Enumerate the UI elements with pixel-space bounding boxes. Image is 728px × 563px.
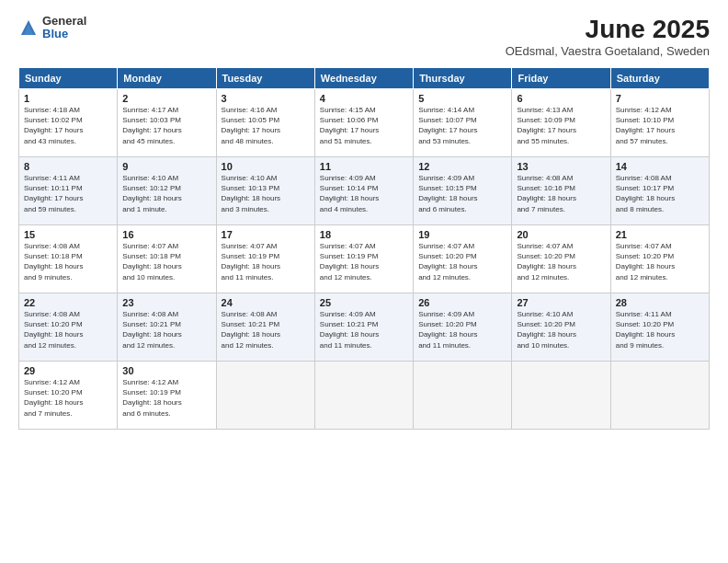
calendar-cell [216,362,314,430]
calendar-cell: 8Sunrise: 4:11 AM Sunset: 10:11 PM Dayli… [19,157,118,225]
calendar-cell [314,362,413,430]
col-sunday: Sunday [19,68,118,89]
day-number: 30 [122,365,210,376]
day-number: 6 [517,93,605,104]
day-number: 12 [418,161,506,172]
calendar-cell: 29Sunrise: 4:12 AM Sunset: 10:20 PM Dayl… [19,362,118,430]
logo: General Blue [18,15,86,41]
col-tuesday: Tuesday [216,68,314,89]
day-info: Sunrise: 4:11 AM Sunset: 10:20 PM Daylig… [616,309,704,350]
day-number: 5 [418,93,506,104]
day-number: 21 [616,229,704,240]
calendar-cell [610,362,709,430]
calendar-cell: 24Sunrise: 4:08 AM Sunset: 10:21 PM Dayl… [216,293,314,362]
calendar-cell: 11Sunrise: 4:09 AM Sunset: 10:14 PM Dayl… [314,157,413,225]
calendar-cell: 27Sunrise: 4:10 AM Sunset: 10:20 PM Dayl… [512,293,610,362]
calendar-cell: 22Sunrise: 4:08 AM Sunset: 10:20 PM Dayl… [19,293,118,362]
day-number: 3 [222,93,310,104]
calendar-cell: 16Sunrise: 4:07 AM Sunset: 10:18 PM Dayl… [118,225,216,293]
calendar-week-2: 15Sunrise: 4:08 AM Sunset: 10:18 PM Dayl… [19,225,710,293]
calendar-cell: 3Sunrise: 4:16 AM Sunset: 10:05 PM Dayli… [216,89,314,157]
calendar-cell: 10Sunrise: 4:10 AM Sunset: 10:13 PM Dayl… [216,157,314,225]
day-info: Sunrise: 4:09 AM Sunset: 10:20 PM Daylig… [418,309,506,350]
day-info: Sunrise: 4:09 AM Sunset: 10:21 PM Daylig… [320,309,408,350]
day-number: 8 [24,161,112,172]
logo-blue-label: Blue [42,28,86,40]
day-info: Sunrise: 4:07 AM Sunset: 10:19 PM Daylig… [320,241,408,282]
day-number: 20 [517,229,605,240]
day-info: Sunrise: 4:08 AM Sunset: 10:16 PM Daylig… [517,173,605,214]
day-number: 9 [122,161,210,172]
col-wednesday: Wednesday [314,68,413,89]
calendar-cell: 20Sunrise: 4:07 AM Sunset: 10:20 PM Dayl… [512,225,610,293]
calendar-cell [512,362,610,430]
day-number: 2 [122,93,210,104]
day-info: Sunrise: 4:18 AM Sunset: 10:02 PM Daylig… [24,105,112,146]
day-info: Sunrise: 4:09 AM Sunset: 10:15 PM Daylig… [418,173,506,214]
day-info: Sunrise: 4:10 AM Sunset: 10:13 PM Daylig… [222,173,310,214]
day-info: Sunrise: 4:09 AM Sunset: 10:14 PM Daylig… [320,173,408,214]
calendar-week-3: 22Sunrise: 4:08 AM Sunset: 10:20 PM Dayl… [19,293,710,362]
title-block: June 2025 OEdsmal, Vaestra Goetaland, Sw… [506,15,710,58]
col-saturday: Saturday [610,68,709,89]
day-info: Sunrise: 4:08 AM Sunset: 10:21 PM Daylig… [222,309,310,350]
logo-general-label: General [42,15,86,28]
col-thursday: Thursday [414,68,512,89]
header: General Blue June 2025 OEdsmal, Vaestra … [18,15,710,58]
logo-text: General Blue [42,15,86,41]
day-number: 7 [616,93,704,104]
calendar-cell: 14Sunrise: 4:08 AM Sunset: 10:17 PM Dayl… [610,157,709,225]
day-number: 29 [24,365,112,376]
calendar-cell [414,362,512,430]
day-number: 13 [517,161,605,172]
day-info: Sunrise: 4:07 AM Sunset: 10:20 PM Daylig… [517,241,605,282]
day-info: Sunrise: 4:08 AM Sunset: 10:20 PM Daylig… [24,309,112,350]
day-number: 19 [418,229,506,240]
day-info: Sunrise: 4:16 AM Sunset: 10:05 PM Daylig… [222,105,310,146]
calendar-cell: 19Sunrise: 4:07 AM Sunset: 10:20 PM Dayl… [414,225,512,293]
calendar-cell: 25Sunrise: 4:09 AM Sunset: 10:21 PM Dayl… [314,293,413,362]
col-monday: Monday [118,68,216,89]
day-number: 15 [24,229,112,240]
day-number: 23 [122,297,210,308]
day-number: 18 [320,229,408,240]
day-number: 22 [24,297,112,308]
day-number: 24 [222,297,310,308]
calendar-cell: 2Sunrise: 4:17 AM Sunset: 10:03 PM Dayli… [118,89,216,157]
calendar-cell: 30Sunrise: 4:12 AM Sunset: 10:19 PM Dayl… [118,362,216,430]
calendar-cell: 6Sunrise: 4:13 AM Sunset: 10:09 PM Dayli… [512,89,610,157]
day-number: 28 [616,297,704,308]
title-month: June 2025 [506,15,710,44]
page: General Blue June 2025 OEdsmal, Vaestra … [0,0,728,563]
day-info: Sunrise: 4:08 AM Sunset: 10:21 PM Daylig… [122,309,210,350]
calendar-cell: 23Sunrise: 4:08 AM Sunset: 10:21 PM Dayl… [118,293,216,362]
calendar-table: Sunday Monday Tuesday Wednesday Thursday… [18,67,710,430]
calendar-cell: 9Sunrise: 4:10 AM Sunset: 10:12 PM Dayli… [118,157,216,225]
logo-icon [18,17,39,38]
day-info: Sunrise: 4:08 AM Sunset: 10:17 PM Daylig… [616,173,704,214]
day-number: 1 [24,93,112,104]
day-number: 25 [320,297,408,308]
calendar-week-1: 8Sunrise: 4:11 AM Sunset: 10:11 PM Dayli… [19,157,710,225]
day-number: 17 [222,229,310,240]
day-info: Sunrise: 4:12 AM Sunset: 10:10 PM Daylig… [616,105,704,146]
calendar-cell: 1Sunrise: 4:18 AM Sunset: 10:02 PM Dayli… [19,89,118,157]
calendar-cell: 13Sunrise: 4:08 AM Sunset: 10:16 PM Dayl… [512,157,610,225]
day-info: Sunrise: 4:10 AM Sunset: 10:20 PM Daylig… [517,309,605,350]
calendar-week-4: 29Sunrise: 4:12 AM Sunset: 10:20 PM Dayl… [19,362,710,430]
title-location: OEdsmal, Vaestra Goetaland, Sweden [506,44,710,58]
col-friday: Friday [512,68,610,89]
calendar-week-0: 1Sunrise: 4:18 AM Sunset: 10:02 PM Dayli… [19,89,710,157]
day-info: Sunrise: 4:17 AM Sunset: 10:03 PM Daylig… [122,105,210,146]
day-info: Sunrise: 4:07 AM Sunset: 10:19 PM Daylig… [222,241,310,282]
day-info: Sunrise: 4:07 AM Sunset: 10:20 PM Daylig… [616,241,704,282]
calendar-cell: 4Sunrise: 4:15 AM Sunset: 10:06 PM Dayli… [314,89,413,157]
day-info: Sunrise: 4:10 AM Sunset: 10:12 PM Daylig… [122,173,210,214]
day-info: Sunrise: 4:14 AM Sunset: 10:07 PM Daylig… [418,105,506,146]
calendar-cell: 17Sunrise: 4:07 AM Sunset: 10:19 PM Dayl… [216,225,314,293]
day-number: 26 [418,297,506,308]
day-number: 4 [320,93,408,104]
day-info: Sunrise: 4:12 AM Sunset: 10:19 PM Daylig… [122,377,210,419]
calendar-cell: 18Sunrise: 4:07 AM Sunset: 10:19 PM Dayl… [314,225,413,293]
calendar-cell: 26Sunrise: 4:09 AM Sunset: 10:20 PM Dayl… [414,293,512,362]
